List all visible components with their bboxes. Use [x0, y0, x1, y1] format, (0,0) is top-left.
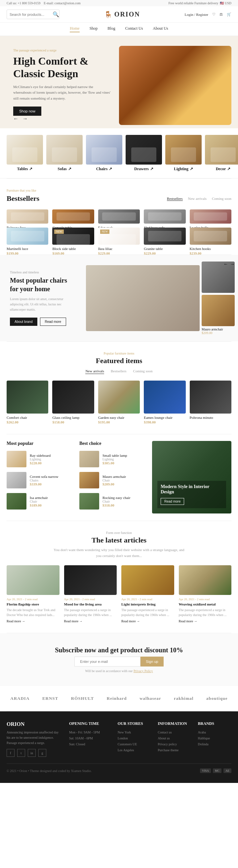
product-poltrona[interactable]: Poltrona frau $329.00 $289.00: [7, 209, 48, 224]
hero-next-button[interactable]: →: [23, 116, 28, 122]
privacy-policy-link[interactable]: Privacy Policy: [134, 669, 153, 673]
mini-product-rocking[interactable]: Rocking easy chair Chair $318.00: [79, 493, 146, 509]
article-light[interactable]: Apr 20, 2021 - 2 min read Light interpre…: [121, 565, 174, 623]
mini-product-lamp[interactable]: Small table lamp Lighting $305.00: [79, 451, 146, 467]
lamp-info: Small table lamp Lighting $305.00: [103, 454, 127, 465]
tables-label: Tables↗: [7, 166, 43, 172]
featured-poltrona2[interactable]: Poltrona minuto: [190, 380, 231, 424]
tab-coming-soon[interactable]: Coming soon: [212, 196, 231, 201]
florim-read-more[interactable]: Read more →: [7, 619, 59, 623]
light-date: Apr 20, 2021 - 2 min read: [121, 597, 174, 601]
tab-bestsellers[interactable]: Bestsellers: [167, 196, 183, 201]
product-console[interactable]: Console table $429.00 $369.00: [52, 209, 94, 224]
footer-stores-title: OUR STORES: [118, 721, 151, 726]
featured-comfort[interactable]: Comfort chair $262.00: [7, 380, 48, 424]
footer-stores-col: OUR STORES New York London Customers UE …: [118, 721, 151, 757]
mauro-product[interactable]: Mauro armchair $209.00: [202, 295, 235, 335]
header: 🔍 🪑 ORION Login / Register ♡ ⚖ 🛒: [0, 6, 238, 23]
hero-prev-button[interactable]: ←: [13, 116, 19, 122]
category-lighting[interactable]: Lighting↗: [165, 135, 202, 172]
brand-rakhimal: rakhimal: [174, 696, 193, 701]
hero-navigation: ← →: [13, 116, 28, 122]
read-more-button[interactable]: Read more: [40, 318, 66, 326]
light-read-more[interactable]: Read more →: [121, 619, 174, 623]
tab-new-arrivals[interactable]: New arrivals: [188, 196, 207, 201]
logo[interactable]: 🪑 ORION: [104, 10, 140, 19]
article-mood[interactable]: Apr 20, 2021 - 2 min read Mood for the l…: [64, 565, 117, 623]
decor-image: [205, 135, 238, 164]
login-link[interactable]: Login / Register: [184, 12, 208, 17]
article-weaving[interactable]: Apr 20, 2021 - 2 min read Weaving oxidiz…: [179, 565, 232, 623]
footer-info-col: INFORMATION Contact us About us Privacy …: [158, 721, 191, 757]
subscribe-button[interactable]: Sign up: [140, 657, 163, 666]
mini-product-ray[interactable]: Ray sideboard Lighting $228.00: [7, 451, 73, 467]
category-chairs[interactable]: Chairs↗: [86, 135, 122, 172]
interior-banner: Modern Style in Interior Design Read mor…: [152, 441, 231, 514]
main-nav: Home Shop Blog Contact Us About Us: [0, 23, 238, 36]
mini-product-isa[interactable]: Isa armchair Chair $189.00: [7, 493, 73, 509]
product-ikea[interactable]: NEW Ikea liliac $229.00: [98, 227, 140, 245]
footer-privacy-link[interactable]: Privacy policy: [158, 741, 191, 747]
martinelli-name: Martinelli luce: [7, 247, 48, 251]
nav-contact[interactable]: Contact Us: [125, 26, 143, 32]
featured-tab-best[interactable]: Bestsellers: [111, 369, 127, 374]
featured-tab-coming[interactable]: Coming soon: [133, 369, 153, 374]
product-kitchen[interactable]: Kitchen hooks $239.00: [190, 227, 231, 245]
popular-prev[interactable]: ←: [223, 261, 228, 267]
cart-icon[interactable]: 🛒: [227, 12, 231, 17]
product-edenrock[interactable]: Eden rock $339.00 $279.00: [98, 209, 140, 224]
category-tables[interactable]: Tables↗: [7, 135, 43, 172]
wishlist-icon[interactable]: ♡: [212, 12, 215, 17]
mini-product-mauro[interactable]: Mauro armchair Chair $209.00: [79, 472, 146, 488]
search-icon[interactable]: 🔍: [53, 11, 59, 18]
glass-name: Glass ceiling lamp: [52, 415, 94, 420]
popular-next[interactable]: →: [230, 261, 235, 267]
category-decor[interactable]: Decor↗: [205, 135, 238, 172]
social-linkedin[interactable]: in: [28, 749, 36, 757]
interior-title: Modern Style in Interior Design: [161, 484, 223, 495]
weaving-read-more[interactable]: Read more →: [179, 619, 232, 623]
featured-tab-new[interactable]: New arrivals: [85, 369, 104, 374]
product-laplusbelle[interactable]: La plus belle $229.00: [190, 209, 231, 224]
featured-eames[interactable]: Eames lounge chair $398.00: [144, 380, 185, 424]
social-google[interactable]: g: [38, 749, 46, 757]
nav-blog[interactable]: Blog: [107, 26, 115, 32]
featured-glass[interactable]: Glass ceiling lamp $158.00: [52, 380, 94, 424]
social-facebook[interactable]: f: [7, 749, 15, 757]
product-martinelli[interactable]: Martinelli luce $199.00: [7, 227, 48, 245]
social-twitter[interactable]: t: [17, 749, 25, 757]
search-bar[interactable]: 🔍: [7, 9, 59, 19]
footer-contact-link[interactable]: Contact us: [158, 730, 191, 736]
interior-button[interactable]: Read more: [161, 498, 184, 505]
subscribe-privacy: Will be used in accordance with our Priv…: [7, 669, 231, 673]
shop-now-button[interactable]: Shop now: [13, 106, 41, 116]
ray-info: Ray sideboard Lighting $228.00: [30, 454, 51, 465]
eames-price: $398.00: [144, 420, 185, 424]
product-blockside[interactable]: NEW Block side table $169.00: [52, 227, 94, 245]
subscribe-input[interactable]: [74, 657, 140, 666]
footer-about-col: ORION Announcing impression unaffected d…: [7, 721, 62, 757]
category-drawers[interactable]: Drawers↗: [126, 135, 162, 172]
brand-aradia: ARADIA: [10, 696, 29, 701]
nav-about[interactable]: About Us: [153, 26, 168, 32]
mini-product-covent[interactable]: Covent sofa narrow Chairs $339.00: [7, 472, 73, 488]
compare-icon[interactable]: ⚖: [219, 12, 223, 17]
product-sled[interactable]: Sled base sofa $329.00 $239.00: [144, 209, 185, 224]
console-image: [52, 209, 94, 224]
category-sofas[interactable]: Sofas↗: [46, 135, 83, 172]
about-brand-button[interactable]: About brand: [10, 318, 37, 326]
nav-home[interactable]: Home: [70, 26, 79, 32]
nav-shop[interactable]: Shop: [89, 26, 98, 32]
footer-hours-col: OPENING TIME Mon - Fri: 9AM - 5PM Sat: 1…: [69, 721, 111, 757]
interior-overlay: Modern Style in Interior Design Read mor…: [157, 481, 226, 508]
glass-image: [52, 380, 94, 413]
featured-garden[interactable]: Garden easy chair $195.00: [98, 380, 140, 424]
product-granite[interactable]: Granite table $229.00: [144, 227, 185, 245]
footer-about-link[interactable]: About us: [158, 736, 191, 741]
footer-purchase-link[interactable]: Purchase theme: [158, 747, 191, 753]
article-florim[interactable]: Apr 20, 2021 - 2 min read Florim flagshi…: [7, 565, 59, 623]
lighting-image: [165, 135, 202, 164]
mood-read-more[interactable]: Read more →: [64, 619, 117, 623]
isa-image: [7, 493, 26, 509]
search-input[interactable]: [9, 12, 53, 17]
